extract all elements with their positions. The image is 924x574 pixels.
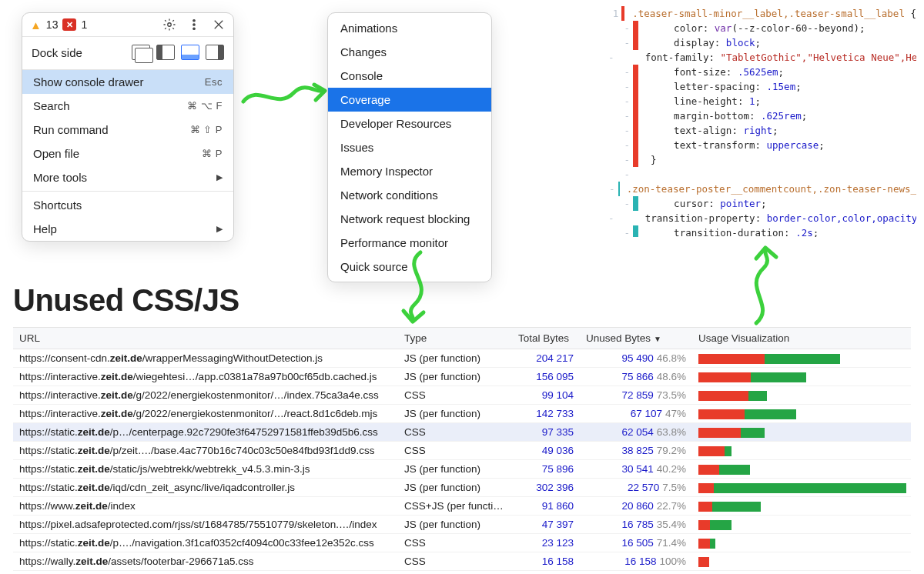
cell-url: https://static.zeit.de/p…./navigation.3f… (13, 534, 398, 552)
submenu-item[interactable]: Memory Inspector (328, 159, 491, 183)
cell-viz (692, 497, 911, 515)
col-total[interactable]: Total Bytes (512, 328, 580, 349)
cell-total: 49 036 (512, 442, 580, 459)
cell-unused: 75 86648.6% (580, 368, 692, 385)
cell-type: CSS (398, 552, 512, 570)
more-vertical-icon[interactable] (187, 18, 201, 32)
cell-viz (692, 386, 911, 404)
svg-point-0 (168, 23, 172, 27)
submenu-item[interactable]: Network request blocking (328, 207, 491, 231)
shortcut-label: Esc (205, 76, 223, 88)
cell-viz (692, 516, 911, 533)
menu-item[interactable]: Open file⌘ P (22, 142, 233, 165)
table-header: URL Type Total Bytes Unused Bytes▼ Usage… (13, 328, 911, 349)
table-row[interactable]: https://interactive.zeit.de/g/2022/energ… (13, 386, 911, 405)
submenu-item[interactable]: Console (328, 64, 491, 88)
menu-item-label: Search (33, 99, 70, 112)
sort-desc-icon: ▼ (654, 335, 661, 343)
cell-type: CSS+JS (per function) (398, 497, 512, 515)
more-tools-submenu: AnimationsChangesConsoleCoverageDevelope… (327, 12, 492, 282)
menu-item-label: Run command (33, 123, 109, 136)
menu-item[interactable]: Help▶ (22, 217, 233, 241)
submenu-item[interactable]: Coverage (328, 88, 491, 112)
menu-item[interactable]: Search⌘ ⌥ F (22, 94, 233, 118)
table-row[interactable]: https://static.zeit.de/iqd/cdn_zeit_asyn… (13, 479, 911, 497)
cell-url: https://interactive.zeit.de/g/2022/energ… (13, 405, 398, 422)
table-row[interactable]: https://interactive.zeit.de/g/2022/energ… (13, 405, 911, 423)
cell-type: JS (per function) (398, 349, 512, 367)
dock-side-label: Dock side (32, 46, 82, 59)
warning-count: 13 (46, 18, 59, 31)
gear-icon[interactable] (162, 18, 176, 32)
cell-unused: 20 86022.7% (580, 497, 692, 515)
cell-unused: 72 85973.5% (580, 386, 692, 404)
coverage-table: URL Type Total Bytes Unused Bytes▼ Usage… (13, 327, 911, 571)
cell-type: CSS (398, 534, 512, 552)
cell-url: https://www.zeit.de/index (13, 497, 398, 515)
table-row[interactable]: https://www.zeit.de/indexCSS+JS (per fun… (13, 497, 911, 516)
submenu-item[interactable]: Changes (328, 40, 491, 64)
submenu-item[interactable]: Developer Resources (328, 112, 491, 135)
svg-point-2 (193, 24, 195, 25)
cell-viz (692, 534, 911, 552)
cell-url: https://static.zeit.de/p…/centerpage.92c… (13, 423, 398, 441)
cell-url: https://static.zeit.de/static/js/webtrek… (13, 460, 398, 478)
col-type[interactable]: Type (398, 328, 512, 349)
menu-item[interactable]: Run command⌘ ⇧ P (22, 118, 233, 142)
cell-unused: 95 49046.8% (580, 349, 692, 367)
cell-viz (692, 405, 911, 422)
submenu-arrow-icon: ▶ (216, 224, 223, 234)
cell-type: JS (per function) (398, 460, 512, 478)
cell-type: JS (per function) (398, 479, 512, 496)
cell-total: 302 396 (512, 479, 580, 496)
col-url[interactable]: URL (13, 328, 398, 349)
table-row[interactable]: https://static.zeit.de/p…./navigation.3f… (13, 534, 911, 552)
dock-bottom-icon[interactable] (181, 45, 199, 60)
menu-item[interactable]: Shortcuts (22, 193, 233, 217)
menu-item[interactable]: More tools▶ (22, 165, 233, 189)
dock-right-icon[interactable] (206, 45, 224, 60)
col-unused[interactable]: Unused Bytes▼ (580, 328, 692, 349)
table-row[interactable]: https://static.zeit.de/static/js/webtrek… (13, 460, 911, 479)
cell-url: https://consent-cdn.zeit.de/wrapperMessa… (13, 349, 398, 367)
table-row[interactable]: https://static.zeit.de/p…/centerpage.92c… (13, 423, 911, 442)
source-code-panel: 1.teaser-small-minor__label,.teaser-smal… (608, 6, 916, 237)
cell-viz (692, 423, 911, 441)
table-row[interactable]: https://interactive.zeit.de/wiegehtesi…/… (13, 368, 911, 386)
close-icon[interactable] (212, 18, 226, 32)
svg-point-1 (193, 20, 195, 22)
submenu-item[interactable]: Network conditions (328, 183, 491, 207)
shortcut-label: ⌘ ⇧ P (190, 124, 223, 135)
menu-item-label: Open file (33, 147, 79, 160)
menu-item-label: Help (33, 222, 57, 235)
error-icon: ✕ (62, 18, 76, 31)
submenu-item[interactable]: Animations (328, 16, 491, 40)
cell-viz (692, 460, 911, 478)
cell-total: 75 896 (512, 460, 580, 478)
dock-undock-icon[interactable] (132, 45, 150, 60)
table-row[interactable]: https://static.zeit.de/p/zeit…./base.4ac… (13, 442, 911, 460)
table-row[interactable]: https://consent-cdn.zeit.de/wrapperMessa… (13, 349, 911, 368)
cell-viz (692, 349, 911, 367)
cell-unused: 22 5707.5% (580, 479, 692, 496)
cell-viz (692, 368, 911, 385)
warning-icon: ▲ (30, 19, 42, 31)
cell-total: 99 104 (512, 386, 580, 404)
dock-left-icon[interactable] (156, 45, 175, 60)
cell-total: 16 158 (512, 552, 580, 570)
cell-type: CSS (398, 442, 512, 459)
cell-total: 142 733 (512, 405, 580, 422)
cell-type: CSS (398, 423, 512, 441)
table-row[interactable]: https://wally.zeit.de/assets/footerbar-2… (13, 552, 911, 571)
cell-url: https://wally.zeit.de/assets/footerbar-2… (13, 552, 398, 570)
col-viz[interactable]: Usage Visualization (692, 328, 911, 349)
menu-item-label: More tools (33, 171, 87, 184)
submenu-item[interactable]: Issues (328, 135, 491, 159)
heading-unused: Unused CSS/JS (13, 283, 239, 318)
menu-item[interactable]: Show console drawerEsc (22, 70, 233, 94)
table-row[interactable]: https://pixel.adsafeprotected.com/rjss/s… (13, 516, 911, 534)
cell-type: JS (per function) (398, 516, 512, 533)
cell-url: https://interactive.zeit.de/g/2022/energ… (13, 386, 398, 404)
shortcut-label: ⌘ ⌥ F (187, 100, 223, 112)
cell-unused: 16 158100% (580, 552, 692, 570)
